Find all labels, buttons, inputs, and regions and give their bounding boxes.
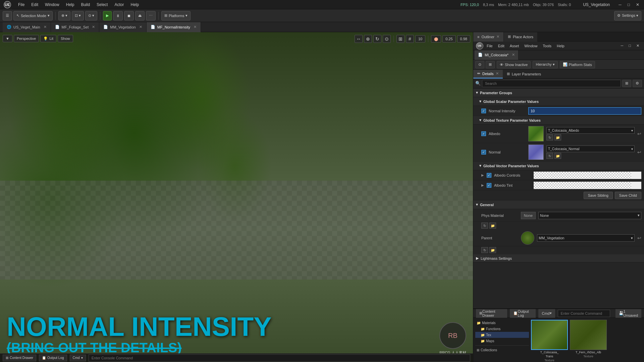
stop-btn[interactable]: ⏹: [124, 11, 134, 20]
normal-intensity-value[interactable]: 10: [528, 107, 641, 115]
parent-refresh-icon[interactable]: ↻: [481, 247, 488, 253]
camera-speed-btn[interactable]: ⬤: [431, 35, 441, 43]
albedo-refresh-icon[interactable]: ↻: [546, 134, 553, 140]
inner-edit[interactable]: Edit: [496, 43, 506, 49]
normal-refresh-icon[interactable]: ↻: [546, 153, 553, 159]
pause-btn[interactable]: ⏸: [113, 11, 123, 20]
speed-025[interactable]: 0.25: [442, 35, 455, 43]
general-header[interactable]: ▾ General: [473, 200, 644, 209]
parent-reset-btn[interactable]: ↩: [637, 235, 641, 241]
tab-mffoliage[interactable]: 📄 MF_Foliage_Set ✕: [51, 22, 100, 32]
viewport[interactable]: ▼ Perspective 💡 Lit Show ↔ ⊕ ↻ ⊙ ⊞ # 10: [0, 32, 473, 362]
minimize-btn[interactable]: ─: [616, 2, 624, 8]
albedo-tint-checkbox[interactable]: [487, 183, 491, 188]
scale-btn[interactable]: ⊙: [383, 35, 391, 43]
more-btn[interactable]: ⋯: [146, 11, 156, 20]
inner-asset[interactable]: Asset: [508, 43, 521, 49]
transform-btn[interactable]: ⊕ ▾: [58, 11, 70, 20]
inner-min[interactable]: ─: [619, 43, 626, 49]
menu-actor[interactable]: Actor: [112, 2, 126, 8]
lightmass-header[interactable]: ▶ Lightmass Settings: [473, 254, 644, 262]
output-log-btn[interactable]: 📋 Output Log: [39, 355, 67, 361]
viewport-show-btn[interactable]: Show: [58, 35, 73, 42]
settings-btn[interactable]: ⚙ Settings ▾: [614, 11, 641, 20]
albedo-controls-expand[interactable]: ▶: [481, 173, 484, 177]
tab-mfnormal[interactable]: 📄 MF_NormalIntensity ✕: [147, 22, 201, 32]
unsaved-tab[interactable]: 💾 1 Unsaved: [615, 309, 641, 318]
inner-close[interactable]: ✕: [634, 43, 641, 49]
layer-params-tab[interactable]: ⊞ Layer Parameters: [503, 70, 545, 78]
content-drawer-btn[interactable]: ⊞ Content Drawer: [3, 355, 36, 361]
outliner-tab[interactable]: ≡ Outliner ✕: [473, 32, 504, 42]
details-close[interactable]: ✕: [496, 71, 499, 76]
hamburger-menu[interactable]: ☰: [3, 11, 12, 20]
speed-098[interactable]: 0.98: [457, 35, 470, 43]
albedo-tint-expand[interactable]: ▶: [481, 183, 484, 187]
pb-console-input[interactable]: [558, 310, 610, 317]
normal-checkbox[interactable]: [481, 150, 486, 155]
menu-help[interactable]: Help: [63, 2, 77, 8]
place-actors-tab[interactable]: ⊞ Place Actors: [504, 32, 538, 42]
albedo-controls-checkbox[interactable]: [487, 173, 491, 178]
tab-close-usveget[interactable]: ✕: [44, 25, 47, 29]
camera-btn[interactable]: ⊙ ▾: [85, 11, 97, 20]
tab-close-mfnormal[interactable]: ✕: [194, 25, 197, 29]
normal-reset-btn[interactable]: ↩: [637, 149, 641, 155]
mi-close[interactable]: ✕: [512, 53, 515, 57]
tab-close-mmveg[interactable]: ✕: [139, 25, 142, 29]
pb-output-log-tab[interactable]: 📋 Output Log: [510, 309, 536, 318]
albedo-reset-btn[interactable]: ↩: [637, 131, 641, 136]
play-btn[interactable]: ▶: [103, 11, 112, 20]
snap-btn[interactable]: ⊡ ▾: [72, 11, 84, 20]
menu-select[interactable]: Select: [94, 2, 110, 8]
details-tab[interactable]: ✏ Details ✕: [473, 70, 503, 78]
snap-grid-btn[interactable]: ⊕: [364, 35, 372, 43]
parent-dropdown[interactable]: MM_Vegetation ▾: [537, 234, 635, 242]
grid-btn[interactable]: ⊞: [396, 35, 405, 43]
cmd-btn[interactable]: Cmd ▾: [70, 355, 86, 361]
menu-help2[interactable]: Help: [128, 2, 142, 8]
rotate-btn[interactable]: ↻: [373, 35, 381, 43]
save-child-btn[interactable]: Save Child: [615, 192, 641, 199]
inner-window[interactable]: Window: [522, 43, 539, 49]
snap-value-btn[interactable]: 10: [415, 35, 425, 43]
albedo-tint-color[interactable]: [534, 182, 641, 189]
viewport-perspective-toggle[interactable]: ▼: [3, 35, 12, 42]
tab-mmvegetation[interactable]: 📄 MM_Vegetation ✕: [99, 22, 146, 32]
icon-btn-1[interactable]: ⊙: [475, 61, 484, 68]
phys-browse-icon[interactable]: 📁: [489, 223, 496, 229]
menu-file[interactable]: File: [15, 2, 27, 8]
phys-refresh-icon[interactable]: ↻: [481, 223, 488, 229]
menu-edit[interactable]: Edit: [29, 2, 41, 8]
phys-dropdown[interactable]: None ▾: [538, 212, 641, 219]
tab-usveget[interactable]: 🌐 US_Veget_Main ✕: [3, 22, 51, 32]
icon-btn-2[interactable]: ⊞: [486, 61, 495, 68]
search-options-btn[interactable]: ⊞: [622, 80, 631, 87]
tree-tex[interactable]: 📁 Tex: [475, 332, 529, 338]
tree-materials[interactable]: 📁 Materials: [475, 320, 529, 326]
normal-intensity-checkbox[interactable]: [481, 109, 486, 113]
pb-content-drawer-tab[interactable]: ⊞ Content Drawer: [476, 309, 507, 318]
menu-build[interactable]: Build: [78, 2, 93, 8]
global-scalar-header[interactable]: ▾ Global Scalar Parameter Values: [473, 97, 644, 106]
normal-texture-dropdown[interactable]: T_Colocasia_Normal ▾: [546, 145, 635, 152]
menu-window[interactable]: Window: [42, 2, 62, 8]
selection-mode-btn[interactable]: ↖ Selection Mode ▾: [13, 11, 53, 20]
close-btn[interactable]: ✕: [634, 2, 641, 8]
outliner-close[interactable]: ✕: [496, 35, 499, 39]
inner-max[interactable]: □: [627, 43, 633, 49]
tree-functions[interactable]: 📁 Functions: [475, 326, 529, 332]
show-inactive-btn[interactable]: 👁 Show Inactive: [497, 61, 531, 68]
ue-logo[interactable]: UE: [3, 0, 12, 9]
albedo-texture-dropdown[interactable]: T_Colocasia_Albedo ▾: [546, 127, 635, 134]
grid2-btn[interactable]: #: [406, 35, 414, 43]
search-input[interactable]: [482, 80, 621, 87]
global-vector-header[interactable]: ▾ Global Vector Parameter Values: [473, 162, 644, 170]
tab-close-mffoliage[interactable]: ✕: [92, 25, 95, 29]
translate-tool-btn[interactable]: ↔: [355, 35, 363, 43]
inner-file[interactable]: File: [485, 43, 495, 49]
console-input[interactable]: [89, 354, 470, 362]
viewport-lit-btn[interactable]: 💡 Lit: [40, 35, 56, 42]
inner-help[interactable]: Help: [555, 43, 567, 49]
hierarchy-btn[interactable]: Hierarchy ▾: [533, 61, 557, 68]
